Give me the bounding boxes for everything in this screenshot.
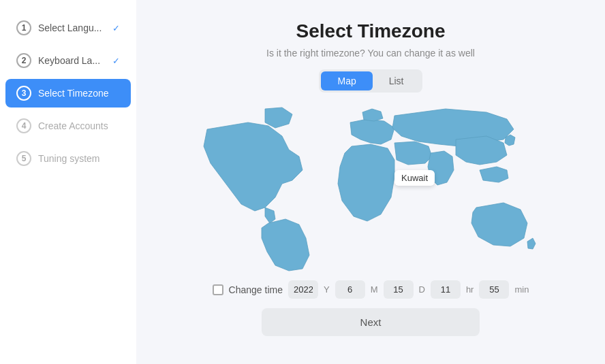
sidebar-step-2[interactable]: 2Keyboard La...✓ (5, 46, 131, 75)
step-number-2: 2 (16, 53, 31, 68)
day-unit: D (419, 284, 425, 295)
year-input[interactable] (288, 280, 318, 299)
main-content: Select Timezone Is it the right timezone… (136, 0, 605, 364)
hour-input[interactable] (431, 280, 461, 299)
step-number-5: 5 (16, 151, 31, 166)
step-number-3: 3 (16, 86, 31, 101)
step-number-4: 4 (16, 118, 31, 133)
step-check-2: ✓ (112, 56, 120, 66)
sidebar: 1Select Langu...✓2Keyboard La...✓3Select… (0, 0, 136, 364)
sidebar-step-4[interactable]: 4Create Accounts (5, 112, 131, 140)
change-time-row: Change time Y M D hr min (213, 280, 529, 299)
minute-unit: min (514, 284, 529, 295)
step-label-1: Select Langu... (38, 22, 106, 33)
list-toggle-button[interactable]: List (373, 71, 420, 90)
kuwait-label: Kuwait (394, 170, 435, 186)
step-label-2: Keyboard La... (38, 55, 106, 66)
sidebar-step-1[interactable]: 1Select Langu...✓ (5, 14, 131, 42)
map-svg (193, 102, 548, 272)
sidebar-step-5[interactable]: 5Tuning system (5, 144, 131, 173)
change-time-checkbox[interactable] (213, 284, 223, 295)
sidebar-step-3[interactable]: 3Select Timezone (5, 79, 131, 107)
map-toggle-button[interactable]: Map (321, 71, 372, 90)
minute-input[interactable] (479, 280, 509, 299)
step-label-3: Select Timezone (38, 88, 120, 99)
step-label-5: Tuning system (38, 153, 120, 164)
next-button[interactable]: Next (262, 308, 480, 336)
change-time-label: Change time (229, 284, 283, 295)
step-check-1: ✓ (112, 23, 120, 33)
day-input[interactable] (384, 280, 414, 299)
step-number-1: 1 (16, 20, 31, 35)
step-label-4: Create Accounts (38, 120, 120, 131)
view-toggle: Map List (319, 69, 422, 93)
page-subtitle: Is it the right timezone? You can change… (266, 48, 475, 59)
page-title: Select Timezone (296, 20, 446, 42)
year-unit: Y (324, 284, 330, 295)
month-input[interactable] (335, 280, 365, 299)
world-map[interactable]: Kuwait (193, 102, 548, 272)
month-unit: M (371, 284, 378, 295)
hour-unit: hr (466, 284, 474, 295)
